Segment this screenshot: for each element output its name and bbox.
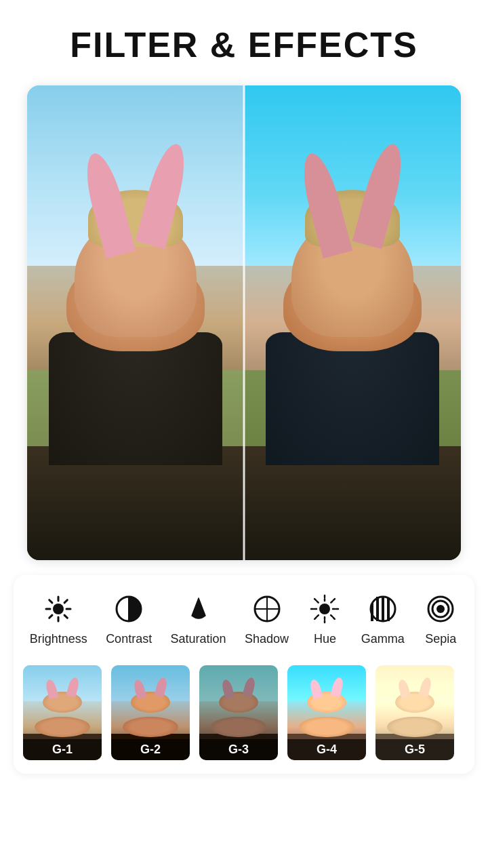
svg-line-5 [49, 600, 52, 603]
tool-gamma[interactable]: Gamma [361, 591, 405, 646]
tool-shadow[interactable]: Shadow [245, 591, 289, 646]
image-filtered [244, 85, 461, 560]
image-compare [27, 85, 461, 560]
preset-g1-label: G-1 [23, 739, 102, 760]
svg-line-8 [49, 615, 52, 618]
controls-panel: Brightness Contrast Saturation [14, 575, 474, 774]
preset-g5-label: G-5 [375, 739, 454, 760]
svg-line-19 [315, 599, 319, 603]
sepia-icon [423, 591, 458, 627]
preset-g4-label: G-4 [287, 739, 366, 760]
svg-point-14 [319, 604, 330, 614]
tool-sepia[interactable]: Sepia [423, 591, 458, 646]
brightness-label: Brightness [30, 632, 87, 646]
sepia-label: Sepia [425, 632, 456, 646]
preset-g3[interactable]: G-3 [199, 665, 278, 760]
svg-point-35 [436, 605, 445, 613]
contrast-label: Contrast [106, 632, 152, 646]
compare-divider [243, 85, 245, 560]
hue-label: Hue [314, 632, 336, 646]
tool-brightness[interactable]: Brightness [30, 591, 87, 646]
filter-presets: G-1 G-2 [20, 665, 468, 760]
preset-g1[interactable]: G-1 [23, 665, 102, 760]
shadow-icon [249, 591, 285, 627]
tool-saturation[interactable]: Saturation [171, 591, 226, 646]
tool-contrast[interactable]: Contrast [106, 591, 152, 646]
preset-g2-label: G-2 [111, 739, 190, 760]
preset-g3-label: G-3 [199, 739, 278, 760]
saturation-label: Saturation [171, 632, 226, 646]
saturation-icon [181, 591, 216, 627]
page-title: FILTER & EFFECTS [70, 24, 418, 65]
preset-g2[interactable]: G-2 [111, 665, 190, 760]
gamma-label: Gamma [361, 632, 405, 646]
brightness-icon [41, 591, 76, 627]
svg-line-6 [64, 615, 67, 618]
svg-line-20 [331, 615, 336, 619]
gamma-icon [365, 591, 401, 627]
svg-rect-30 [376, 597, 379, 621]
adjustment-tools: Brightness Contrast Saturation [20, 591, 468, 646]
svg-line-7 [64, 600, 67, 603]
contrast-icon [111, 591, 146, 627]
shadow-label: Shadow [245, 632, 289, 646]
svg-rect-32 [387, 597, 390, 621]
preset-g4[interactable]: G-4 [287, 665, 366, 760]
svg-rect-31 [382, 597, 384, 621]
tool-hue[interactable]: Hue [307, 591, 342, 646]
svg-point-0 [53, 604, 64, 614]
hue-icon [307, 591, 342, 627]
preset-g5[interactable]: G-5 [375, 665, 454, 760]
svg-line-22 [315, 615, 319, 619]
image-original [27, 85, 244, 560]
svg-line-21 [331, 599, 336, 603]
